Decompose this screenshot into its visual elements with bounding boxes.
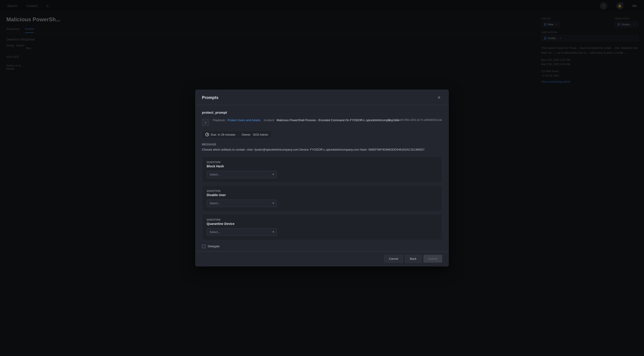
owner-value: SOS Admin: [253, 133, 268, 136]
prompts-dialog: Prompts ✕ protect_prompt ‹ Playbook: Pro…: [195, 90, 449, 266]
back-button[interactable]: Back: [405, 255, 421, 262]
playbook-link[interactable]: Protect Users and Assets: [228, 118, 260, 122]
dialog-header: Prompts ✕: [196, 90, 448, 105]
dialog-title: Prompts: [202, 95, 218, 100]
select-wrapper-hash: Select... ▼: [207, 171, 277, 178]
id-value: 10d1aef6-5f8d-4354-8c73-a96698301e3e: [392, 118, 442, 122]
incident-label: Incident:: [264, 118, 275, 122]
question-label-0: Question: [207, 161, 437, 163]
incident-value: Malicious PowerShell Process - Encoded C…: [276, 118, 399, 122]
question-label-1: Question: [207, 190, 437, 192]
question-title-hash: Block Hash: [207, 164, 437, 168]
cancel-button[interactable]: Cancel: [384, 255, 403, 262]
message-text: Choose which artifacts to contain. User:…: [202, 147, 442, 152]
id-block: ID: 10d1aef6-5f8d-4354-8c73-a96698301e3e: [387, 118, 442, 122]
delegate-checkbox[interactable]: [202, 245, 206, 248]
playbook-back-button[interactable]: ‹: [202, 119, 209, 126]
question-title-device: Quarantine Device: [207, 222, 437, 226]
question-block-hash: Question Block Hash Select... ▼: [202, 156, 442, 183]
owner-label: Owner:: [242, 133, 251, 136]
due-row: Due: In 29 minutes | Owner: SOS Admin: [202, 131, 272, 138]
question-label-2: Question: [207, 218, 437, 221]
due-separator: |: [238, 133, 239, 136]
dialog-close-button[interactable]: ✕: [436, 94, 442, 101]
quarantine-device-select[interactable]: Select...: [207, 228, 277, 236]
question-block-device: Question Quarantine Device Select... ▼: [202, 214, 442, 240]
playbook-label: Playbook:: [213, 118, 226, 122]
select-wrapper-device: Select... ▼: [207, 228, 277, 236]
playbook-row: ‹ Playbook: Protect Users and Assets Inc…: [202, 118, 442, 126]
block-hash-select[interactable]: Select...: [207, 171, 277, 178]
prompt-name: protect_prompt: [202, 110, 442, 114]
question-block-user: Question Disable User Select... ▼: [202, 185, 442, 211]
select-wrapper-user: Select... ▼: [207, 200, 277, 207]
delegate-label: Delegate: [208, 245, 220, 248]
message-label: Message: [202, 143, 442, 146]
dialog-footer: Cancel Back Submit: [196, 251, 448, 266]
delegate-row: Delegate: [202, 245, 442, 248]
id-label: ID:: [387, 118, 391, 122]
question-title-user: Disable User: [207, 193, 437, 197]
due-text: Due: In 29 minutes: [211, 133, 236, 136]
dialog-body: protect_prompt ‹ Playbook: Protect Users…: [196, 105, 448, 251]
message-section: Message Choose which artifacts to contai…: [202, 143, 442, 152]
disable-user-select[interactable]: Select...: [207, 200, 277, 207]
clock-icon: [205, 133, 209, 136]
submit-button[interactable]: Submit: [424, 255, 442, 262]
dialog-overlay: Prompts ✕ protect_prompt ‹ Playbook: Pro…: [0, 0, 644, 356]
